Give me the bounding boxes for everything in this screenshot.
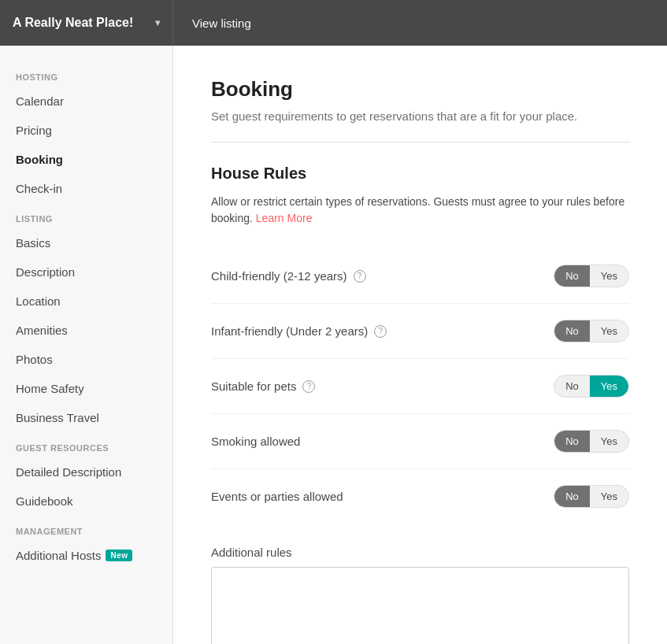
chevron-down-icon: ▾ — [155, 17, 160, 28]
question-icon[interactable]: ? — [354, 270, 366, 283]
sidebar-item-label: Business Travel — [16, 411, 99, 424]
sidebar-item-guidebook[interactable]: Guidebook — [0, 487, 172, 516]
question-icon[interactable]: ? — [302, 380, 315, 393]
sidebar-item-label: Pricing — [16, 124, 52, 137]
toggle-no-option[interactable]: No — [554, 265, 590, 287]
toggle-row-suitable-for-pets: Suitable for pets?NoYes — [211, 359, 629, 414]
sidebar-item-home-safety[interactable]: Home Safety — [0, 374, 172, 403]
sidebar: HostingCalendarPricingBookingCheck-inLis… — [0, 46, 173, 644]
learn-more-link[interactable]: Learn More — [256, 212, 313, 224]
view-listing-link[interactable]: View listing — [173, 17, 270, 30]
house-rules-toggles: Child-friendly (2-12 years)?NoYesInfant-… — [211, 249, 629, 524]
sidebar-item-amenities[interactable]: Amenities — [0, 316, 172, 345]
toggle-yes-option[interactable]: Yes — [590, 265, 628, 287]
sidebar-item-calendar[interactable]: Calendar — [0, 87, 172, 116]
house-rules-title: House Rules — [211, 165, 629, 183]
sidebar-section-listing: Listing — [0, 203, 172, 228]
page-title: Booking — [211, 77, 629, 102]
sidebar-item-location[interactable]: Location — [0, 287, 172, 316]
toggle-row-smoking-allowed: Smoking allowedNoYes — [211, 414, 629, 469]
sidebar-item-detailed-description[interactable]: Detailed Description — [0, 457, 172, 487]
toggle-label-suitable-for-pets: Suitable for pets? — [211, 379, 315, 393]
sidebar-item-description[interactable]: Description — [0, 257, 172, 287]
sidebar-item-label: Guidebook — [16, 494, 73, 508]
additional-rules-textarea[interactable] — [211, 567, 629, 644]
sidebar-item-booking[interactable]: Booking — [0, 145, 172, 174]
page-subtitle: Set guest requirements to get reservatio… — [211, 109, 629, 123]
toggle-label-text: Smoking allowed — [211, 435, 300, 448]
layout: HostingCalendarPricingBookingCheck-inLis… — [0, 46, 667, 644]
badge-new: New — [106, 550, 132, 561]
house-rules-description: Allow or restrict certain types of reser… — [211, 194, 629, 227]
toggle-label-smoking-allowed: Smoking allowed — [211, 435, 300, 448]
brand-name: A Really Neat Place! — [13, 16, 133, 30]
sidebar-item-label: Home Safety — [16, 382, 84, 395]
question-icon[interactable]: ? — [374, 325, 387, 338]
toggle-switch-infant-friendly[interactable]: NoYes — [554, 320, 629, 342]
sidebar-item-basics[interactable]: Basics — [0, 228, 172, 257]
divider — [211, 142, 629, 142]
sidebar-item-label: Detailed Description — [16, 465, 121, 479]
sidebar-item-label: Additional Hosts — [16, 549, 101, 562]
sidebar-item-additional-hosts[interactable]: Additional HostsNew — [0, 541, 172, 570]
toggle-label-text: Child-friendly (2-12 years) — [211, 269, 347, 283]
sidebar-item-label: Photos — [16, 353, 53, 366]
sidebar-item-label: Amenities — [16, 324, 68, 337]
sidebar-item-photos[interactable]: Photos — [0, 345, 172, 374]
toggle-no-option[interactable]: No — [554, 486, 590, 507]
toggle-no-option[interactable]: No — [554, 376, 590, 397]
toggle-no-option[interactable]: No — [554, 320, 590, 342]
toggle-row-events-parties-allowed: Events or parties allowedNoYes — [211, 469, 629, 524]
toggle-yes-option[interactable]: Yes — [590, 320, 628, 342]
sidebar-section-hosting: Hosting — [0, 61, 172, 87]
toggle-yes-option[interactable]: Yes — [590, 376, 628, 397]
brand-dropdown[interactable]: A Really Neat Place! ▾ — [0, 0, 173, 46]
toggle-switch-suitable-for-pets[interactable]: NoYes — [554, 375, 629, 398]
toggle-label-text: Infant-friendly (Under 2 years) — [211, 324, 368, 338]
toggle-switch-events-parties-allowed[interactable]: NoYes — [554, 485, 629, 508]
sidebar-item-check-in[interactable]: Check-in — [0, 174, 172, 203]
toggle-row-infant-friendly: Infant-friendly (Under 2 years)?NoYes — [211, 304, 629, 359]
sidebar-item-label: Calendar — [16, 94, 64, 108]
sidebar-item-label: Location — [16, 294, 61, 308]
sidebar-section-guest-resources: Guest Resources — [0, 432, 172, 457]
toggle-row-child-friendly: Child-friendly (2-12 years)?NoYes — [211, 249, 629, 304]
toggle-yes-option[interactable]: Yes — [590, 486, 628, 507]
toggle-switch-child-friendly[interactable]: NoYes — [554, 265, 629, 287]
toggle-label-child-friendly: Child-friendly (2-12 years)? — [211, 269, 366, 283]
header: A Really Neat Place! ▾ View listing — [0, 0, 667, 46]
toggle-label-text: Events or parties allowed — [211, 490, 343, 503]
additional-rules-section: Additional rules — [211, 546, 629, 644]
toggle-label-events-parties-allowed: Events or parties allowed — [211, 490, 343, 503]
sidebar-item-label: Basics — [16, 236, 50, 250]
sidebar-item-label: Booking — [16, 153, 63, 166]
sidebar-item-business-travel[interactable]: Business Travel — [0, 403, 172, 432]
sidebar-item-pricing[interactable]: Pricing — [0, 116, 172, 145]
additional-rules-label: Additional rules — [211, 546, 629, 559]
sidebar-item-label: Description — [16, 265, 75, 279]
toggle-switch-smoking-allowed[interactable]: NoYes — [554, 430, 629, 453]
sidebar-section-management: Management — [0, 516, 172, 541]
toggle-no-option[interactable]: No — [554, 431, 590, 452]
toggle-label-infant-friendly: Infant-friendly (Under 2 years)? — [211, 324, 387, 338]
toggle-yes-option[interactable]: Yes — [590, 431, 628, 452]
main-content: Booking Set guest requirements to get re… — [173, 46, 667, 644]
sidebar-item-label: Check-in — [16, 182, 62, 195]
toggle-label-text: Suitable for pets — [211, 379, 296, 393]
